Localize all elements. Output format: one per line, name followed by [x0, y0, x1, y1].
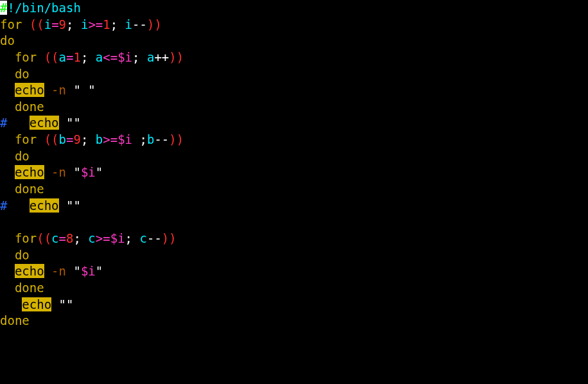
code-token: $i	[117, 50, 132, 64]
code-token	[66, 165, 73, 179]
code-token: >=	[103, 132, 117, 146]
code-token	[0, 231, 15, 245]
code-token: echo	[15, 165, 44, 179]
code-token: -n	[51, 165, 66, 179]
code-token: done	[15, 281, 44, 295]
code-token: ((	[30, 17, 44, 31]
code-token	[51, 297, 58, 311]
code-token: ""	[59, 297, 74, 311]
code-token: ))	[162, 231, 177, 245]
code-line: echo -n "$i"	[0, 263, 588, 280]
code-token	[0, 132, 15, 146]
code-line: for ((b=9; b>=$i ;b--))	[0, 132, 588, 148]
code-token	[66, 83, 73, 97]
code-line: done	[0, 181, 588, 198]
code-token: ((	[44, 50, 59, 64]
code-token: ;	[132, 50, 147, 64]
code-token	[7, 198, 29, 213]
code-token: do	[15, 248, 30, 262]
code-token: ((	[44, 132, 59, 146]
code-line: do	[0, 33, 588, 49]
code-token: -n	[51, 83, 66, 97]
code-line: echo -n "$i"	[0, 164, 588, 181]
code-token: b	[147, 132, 154, 146]
code-line: do	[0, 148, 588, 165]
code-token: echo	[30, 116, 59, 130]
code-token: -n	[51, 264, 66, 278]
code-token	[0, 149, 15, 163]
code-token	[59, 116, 66, 130]
code-token: =	[66, 132, 73, 146]
code-token	[0, 100, 15, 114]
code-line: for ((i=9; i>=1; i--))	[0, 17, 588, 33]
code-token: ""	[66, 116, 81, 130]
code-token: $i	[110, 231, 125, 245]
code-token: b	[96, 132, 103, 146]
code-token: #	[0, 198, 7, 213]
code-token: c	[51, 231, 58, 245]
code-token: for	[0, 17, 22, 31]
code-token: ;	[81, 50, 96, 64]
code-token: ;	[110, 17, 125, 31]
code-token	[22, 17, 29, 31]
code-token: c	[139, 231, 146, 245]
code-token: i	[125, 17, 132, 31]
code-token: 1	[103, 17, 110, 31]
code-token: a	[147, 50, 154, 64]
code-token: done	[0, 313, 30, 327]
code-token: #	[0, 1, 7, 15]
code-token: --	[132, 17, 147, 31]
code-token: --	[154, 132, 169, 146]
code-token: #	[0, 116, 7, 130]
code-token: " "	[73, 83, 95, 97]
code-token: for	[15, 50, 37, 64]
code-token	[0, 83, 15, 97]
code-token	[44, 83, 51, 97]
code-line: done	[0, 313, 588, 329]
code-token: ))	[169, 50, 184, 64]
code-line	[0, 214, 588, 231]
code-token	[0, 297, 22, 311]
code-token: echo	[15, 264, 44, 278]
code-line: #!/bin/bash	[0, 0, 588, 17]
code-token	[44, 264, 51, 278]
code-token: echo	[15, 83, 44, 97]
code-token: $i	[81, 165, 96, 179]
code-token	[59, 198, 66, 213]
code-token	[0, 264, 15, 278]
code-token: c	[88, 231, 95, 245]
code-token: !/bin/bash	[7, 1, 80, 15]
code-token: ;	[66, 17, 81, 31]
code-token: for	[15, 231, 37, 245]
code-line: echo ""	[0, 297, 588, 313]
code-token	[0, 281, 15, 295]
code-token: echo	[22, 297, 51, 311]
code-token: =	[59, 231, 66, 245]
code-token	[44, 165, 51, 179]
code-token: "	[73, 264, 80, 278]
code-token	[7, 116, 29, 130]
code-token: ))	[147, 17, 162, 31]
code-line: for((c=8; c>=$i; c--))	[0, 231, 588, 247]
code-token: <=	[103, 50, 117, 64]
code-editor[interactable]: #!/bin/bashfor ((i=9; i>=1; i--))do for …	[0, 0, 588, 329]
code-token	[37, 132, 44, 146]
code-line: for ((a=1; a<=$i; a++))	[0, 49, 588, 66]
code-token	[37, 50, 44, 64]
code-token: $i	[81, 264, 96, 278]
code-token	[0, 214, 7, 229]
code-line: done	[0, 99, 588, 116]
code-token: =	[51, 17, 58, 31]
code-line: # echo ""	[0, 198, 588, 214]
code-token: 8	[66, 231, 73, 245]
code-token: i	[81, 17, 88, 31]
code-token: 1	[73, 50, 80, 64]
code-token: "	[73, 165, 80, 179]
code-token: b	[59, 132, 66, 146]
code-token: ))	[169, 132, 184, 146]
code-token: =	[66, 50, 73, 64]
code-token: do	[0, 33, 15, 48]
code-token: >=	[96, 231, 110, 245]
code-token: i	[44, 17, 51, 31]
code-token: >=	[88, 17, 103, 31]
